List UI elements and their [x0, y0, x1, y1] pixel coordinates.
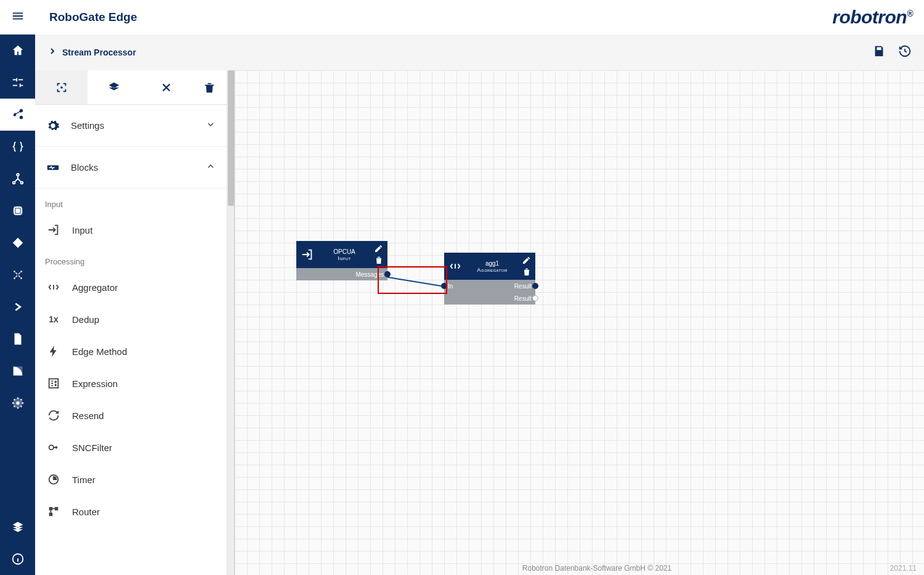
history-button[interactable]: [898, 44, 912, 60]
node-port-result1[interactable]: In Result: [444, 280, 535, 292]
svg-point-7: [14, 277, 15, 279]
svg-line-20: [384, 277, 441, 286]
nav-scatter[interactable]: [0, 259, 35, 291]
timer-icon: [46, 473, 61, 486]
login-icon: [46, 223, 61, 237]
filter-icon: [46, 441, 61, 454]
breadcrumb: Stream Processor: [35, 35, 924, 70]
nav-rail: [0, 35, 35, 575]
breadcrumb-label[interactable]: Stream Processor: [62, 47, 860, 57]
connection-wire: [235, 70, 924, 575]
group-processing-label: Processing: [35, 246, 227, 271]
block-expression[interactable]: Expression: [35, 367, 227, 399]
nav-quarter[interactable]: [0, 355, 35, 387]
panel-tab-focus[interactable]: [35, 70, 87, 104]
nav-chip[interactable]: [0, 195, 35, 227]
refresh-icon: [46, 409, 61, 422]
node-delete-button[interactable]: [522, 267, 532, 278]
input-icon: [296, 241, 318, 268]
save-button[interactable]: [872, 44, 886, 60]
node-edit-button[interactable]: [374, 243, 384, 255]
svg-point-15: [49, 445, 54, 449]
svg-rect-14: [49, 379, 59, 388]
block-edge-method[interactable]: Edge Method: [35, 335, 227, 367]
nav-diamond[interactable]: [0, 227, 35, 259]
node-opcua[interactable]: OPCUA Input Messages: [296, 241, 387, 280]
dedup-icon: 1x: [46, 314, 61, 324]
block-aggregator[interactable]: Aggregator: [35, 271, 227, 303]
version-label: 2021.11: [890, 564, 917, 573]
activity-icon: [46, 161, 60, 174]
svg-point-0: [17, 174, 19, 176]
block-input[interactable]: Input: [35, 214, 227, 246]
nav-gear-circle[interactable]: [0, 387, 35, 419]
port-dot-in[interactable]: [441, 283, 447, 289]
node-delete-button[interactable]: [374, 255, 384, 266]
section-blocks[interactable]: Blocks: [35, 147, 227, 189]
panel-tab-close[interactable]: [140, 70, 192, 104]
bolt-icon: [46, 345, 61, 358]
panel-tab-layers[interactable]: [87, 70, 140, 104]
block-sncfilter[interactable]: SNCFilter: [35, 431, 227, 463]
nav-braces[interactable]: [0, 131, 35, 163]
gear-icon: [46, 119, 60, 133]
svg-point-2: [20, 182, 23, 184]
block-resend[interactable]: Resend: [35, 399, 227, 431]
svg-rect-19: [49, 513, 53, 516]
svg-point-10: [16, 401, 20, 405]
node-port-result2[interactable]: Result: [444, 292, 535, 304]
node-edit-button[interactable]: [522, 255, 532, 266]
nav-share[interactable]: [0, 99, 35, 131]
nav-sliders[interactable]: [0, 67, 35, 99]
chevron-down-icon: [206, 120, 216, 132]
chevron-up-icon: [206, 161, 216, 174]
svg-point-6: [20, 271, 22, 272]
block-timer[interactable]: Timer: [35, 463, 227, 495]
aggregator-icon: [46, 280, 61, 294]
group-input-label: Input: [35, 189, 227, 214]
svg-point-12: [60, 86, 63, 89]
brand-logo: robotron®: [832, 7, 913, 28]
flow-canvas[interactable]: OPCUA Input Messages: [235, 70, 924, 575]
topbar: RoboGate Edge robotron®: [0, 0, 924, 35]
port-dot-out[interactable]: [532, 283, 538, 289]
chevron-right-icon: [47, 46, 57, 59]
svg-rect-18: [55, 507, 59, 511]
calculator-icon: [46, 377, 61, 390]
svg-point-1: [12, 182, 15, 184]
block-router[interactable]: Router: [35, 495, 227, 528]
panel-scrollbar[interactable]: [227, 70, 235, 575]
port-dot-out[interactable]: [384, 271, 391, 277]
side-panel: Settings Blocks Input Input: [35, 70, 227, 575]
node-port-messages[interactable]: Messages: [296, 268, 387, 280]
svg-point-5: [14, 271, 15, 272]
svg-rect-4: [16, 209, 20, 213]
router-icon: [46, 505, 61, 518]
nav-file[interactable]: [0, 323, 35, 355]
svg-rect-17: [49, 507, 53, 511]
block-dedup[interactable]: 1x Dedup: [35, 303, 227, 335]
app-title: RoboGate Edge: [49, 10, 832, 24]
port-dot-out[interactable]: [532, 295, 538, 301]
nav-home[interactable]: [0, 35, 35, 67]
panel-tab-delete[interactable]: [192, 70, 227, 104]
menu-toggle-button[interactable]: [11, 9, 25, 25]
tutorial-highlight: [378, 266, 447, 294]
scroll-thumb[interactable]: [228, 70, 234, 206]
nav-info[interactable]: [0, 543, 35, 575]
nav-nodes[interactable]: [0, 163, 35, 195]
aggregator-icon: [444, 253, 466, 280]
nav-greater[interactable]: [0, 291, 35, 323]
node-agg1[interactable]: agg1 Aggregator In Result: [444, 253, 535, 304]
section-settings[interactable]: Settings: [35, 105, 227, 147]
svg-point-8: [20, 277, 22, 279]
footer: Robotron Datenbank-Software GmbH © 2021 …: [270, 561, 924, 575]
nav-layers[interactable]: [0, 511, 35, 543]
